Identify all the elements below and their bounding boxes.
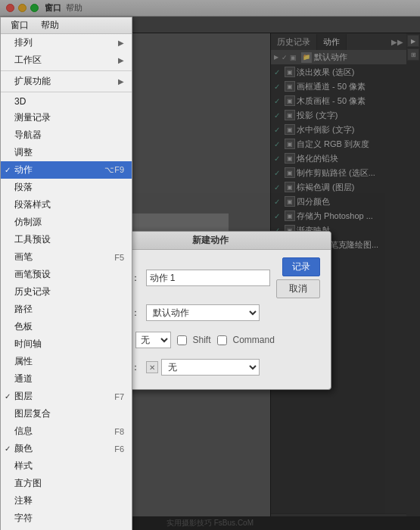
- dialog-color-row: 颜色： ✕ 无: [101, 359, 320, 376]
- menu-item-tongDao[interactable]: 通道: [1, 370, 132, 388]
- menu-item-duanLuoYangShi[interactable]: 段落样式: [1, 196, 132, 214]
- menu-item-zhuShi[interactable]: 注释: [1, 492, 132, 510]
- menu-item-duanLuo[interactable]: 段落: [1, 179, 132, 196]
- window-menu-dropdown: 窗口 帮助 排列 ▶ 工作区 ▶ 扩展功能 ▶ 3D 测量记录 导航器 调整 ✓…: [0, 17, 132, 530]
- shortcut-tuceng: F7: [114, 392, 124, 401]
- modifier-checkboxes: Shift Command: [177, 335, 275, 345]
- arrow-icon-2: ▶: [118, 56, 124, 64]
- dialog-name-row: 名称： 记录 取消: [101, 257, 320, 298]
- menu-item-daoHang[interactable]: 导航器: [1, 126, 132, 144]
- menu-item-huaBi[interactable]: 画笔 F5: [1, 248, 132, 266]
- dialog-buttons: 记录 取消: [276, 257, 320, 298]
- menu-item-yangShi[interactable]: 样式: [1, 457, 132, 475]
- arrow-icon: ▶: [118, 39, 124, 47]
- menu-item-zhiFangTu[interactable]: 直方图: [1, 475, 132, 492]
- menu-item-3d[interactable]: 3D: [1, 94, 132, 109]
- arrow-icon-3: ▶: [118, 77, 124, 86]
- menu-item-tuCeng[interactable]: ✓ 图层 F7: [1, 388, 132, 405]
- shift-checkbox[interactable]: [177, 335, 187, 345]
- menu-item-paiLie[interactable]: 排列 ▶: [1, 34, 132, 51]
- color-x-icon: ✕: [146, 361, 158, 373]
- separator-2: [1, 92, 132, 92]
- menu-item-kuoZhan[interactable]: 扩展功能 ▶: [1, 73, 132, 90]
- shortcut-xinxi: F8: [114, 427, 124, 436]
- separator-1: [1, 70, 132, 71]
- menu-item-gongJuYuShe[interactable]: 工具预设: [1, 231, 132, 248]
- shortcut-huabi: F5: [114, 253, 124, 262]
- command-checkbox[interactable]: [217, 335, 227, 345]
- menu-item-ceLiang[interactable]: 测量记录: [1, 109, 132, 126]
- menu-bar: 窗口 帮助: [1, 17, 132, 34]
- shortcut-yanse: F6: [114, 444, 124, 454]
- menu-item-shuXing[interactable]: 属性: [1, 353, 132, 370]
- menu-item-seBan[interactable]: 色板: [1, 318, 132, 335]
- menu-item-dongZuo[interactable]: ✓ 动作 ⌥F9: [1, 161, 132, 179]
- color-select[interactable]: 无: [161, 359, 260, 376]
- menu-item-tiaoZheng[interactable]: 调整: [1, 144, 132, 161]
- funckey-select[interactable]: 无: [135, 332, 170, 348]
- record-button[interactable]: 记录: [282, 257, 320, 276]
- menu-item-ziShuYangShi[interactable]: 字符样式: [1, 527, 132, 530]
- help-menu-label[interactable]: 帮助: [35, 17, 65, 33]
- dialog-funckey-row: 功能键： 无 Shift Command: [101, 327, 320, 353]
- menu-item-tuCengFuHe[interactable]: 图层复合: [1, 405, 132, 422]
- cancel-button[interactable]: 取消: [276, 279, 320, 298]
- menu-item-shiJianZhou[interactable]: 时间轴: [1, 335, 132, 353]
- group-select[interactable]: 默认动作: [146, 304, 260, 321]
- name-input[interactable]: [146, 270, 270, 286]
- dialog-group-row: 组： 默认动作: [101, 304, 320, 321]
- menu-item-liShi[interactable]: 历史记录: [1, 283, 132, 301]
- window-menu-label[interactable]: 窗口: [5, 17, 35, 33]
- menu-item-yanSe[interactable]: ✓ 颜色 F6: [1, 440, 132, 457]
- command-label: Command: [233, 335, 275, 345]
- menu-item-huaBiYuShe[interactable]: 画笔预设: [1, 266, 132, 283]
- menu-item-ziShu[interactable]: 字符: [1, 510, 132, 527]
- menu-item-gongZuoQu[interactable]: 工作区 ▶: [1, 51, 132, 69]
- color-select-container: ✕ 无: [146, 359, 260, 376]
- menu-item-xinXi[interactable]: 信息 F8: [1, 422, 132, 440]
- menu-item-luJing[interactable]: 路径: [1, 301, 132, 318]
- shortcut-dongzuo: ⌥F9: [104, 165, 124, 175]
- menu-item-fangZhiYuan[interactable]: 仿制源: [1, 214, 132, 231]
- shift-label: Shift: [193, 335, 211, 345]
